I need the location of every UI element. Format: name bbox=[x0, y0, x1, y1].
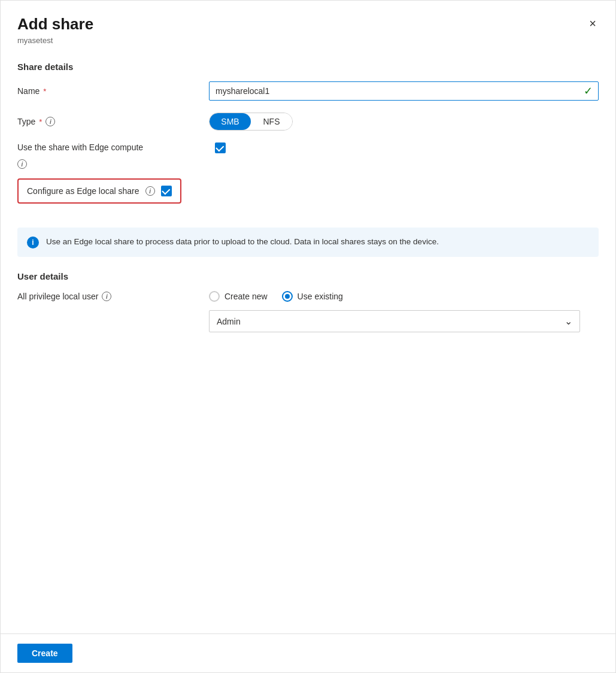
edge-compute-label-col: Use the share with Edge compute i bbox=[17, 143, 209, 152]
type-required-star: * bbox=[39, 117, 42, 126]
type-label: Type * i bbox=[17, 117, 209, 126]
chevron-down-icon: ⌄ bbox=[565, 316, 572, 327]
edge-compute-label-wrap: Use the share with Edge compute i bbox=[17, 143, 599, 153]
edge-local-box: Configure as Edge local share i bbox=[17, 178, 181, 204]
radio-group: Create new Use existing bbox=[209, 291, 343, 302]
name-label: Name * bbox=[17, 86, 209, 96]
edge-compute-label: Use the share with Edge compute bbox=[17, 143, 143, 152]
edge-local-label: Configure as Edge local share bbox=[27, 186, 139, 196]
radio-create-new-label: Create new bbox=[224, 292, 268, 301]
name-valid-checkmark: ✓ bbox=[584, 84, 593, 98]
type-info-icon[interactable]: i bbox=[45, 117, 55, 126]
dialog-title: Add share bbox=[17, 15, 93, 34]
radio-use-existing[interactable]: Use existing bbox=[282, 291, 343, 302]
user-details-row: All privilege local user i Create new Us… bbox=[17, 291, 599, 302]
admin-dropdown[interactable]: Admin ⌄ bbox=[209, 310, 580, 332]
header-title-group: Add share myasetest bbox=[17, 15, 93, 45]
dialog-header: Add share myasetest × bbox=[1, 1, 615, 50]
radio-create-new[interactable]: Create new bbox=[209, 291, 268, 302]
admin-dropdown-value: Admin bbox=[217, 317, 241, 326]
radio-use-existing-inner bbox=[285, 294, 290, 299]
radio-use-existing-label: Use existing bbox=[298, 292, 343, 301]
radio-use-existing-outer[interactable] bbox=[282, 291, 293, 302]
type-nfs-option[interactable]: NFS bbox=[251, 113, 292, 130]
edge-local-container: Configure as Edge local share i bbox=[17, 178, 599, 216]
name-input-wrapper: ✓ bbox=[209, 81, 599, 101]
edge-compute-row: Use the share with Edge compute i bbox=[17, 143, 599, 153]
user-details-section-title: User details bbox=[17, 271, 599, 281]
type-toggle-group[interactable]: SMB NFS bbox=[209, 113, 293, 131]
type-smb-option[interactable]: SMB bbox=[210, 113, 251, 130]
edge-compute-info-icon-below[interactable]: i bbox=[17, 159, 27, 169]
dialog-subtitle: myasetest bbox=[17, 36, 93, 45]
edge-compute-checkbox[interactable] bbox=[215, 143, 226, 153]
all-privilege-label-wrap: All privilege local user i bbox=[17, 292, 209, 301]
dialog-footer: Create bbox=[1, 633, 615, 672]
radio-create-new-outer[interactable] bbox=[209, 291, 220, 302]
edge-local-checkbox[interactable] bbox=[161, 186, 172, 196]
info-banner-icon: i bbox=[27, 237, 39, 248]
type-row: Type * i SMB NFS bbox=[17, 113, 599, 131]
dialog-body: Share details Name * ✓ Type * i bbox=[1, 50, 615, 633]
all-privilege-label: All privilege local user bbox=[17, 292, 98, 301]
type-control-wrap: SMB NFS bbox=[209, 113, 599, 131]
name-required-star: * bbox=[43, 87, 46, 96]
name-input[interactable] bbox=[209, 81, 599, 101]
admin-dropdown-wrap: Admin ⌄ bbox=[209, 310, 599, 332]
info-banner: i Use an Edge local share to process dat… bbox=[17, 228, 599, 257]
name-row: Name * ✓ bbox=[17, 81, 599, 101]
create-button[interactable]: Create bbox=[17, 644, 72, 663]
close-button[interactable]: × bbox=[587, 15, 599, 32]
add-share-dialog: Add share myasetest × Share details Name… bbox=[0, 0, 616, 673]
info-banner-text: Use an Edge local share to process data … bbox=[46, 236, 439, 248]
all-privilege-info-icon[interactable]: i bbox=[102, 292, 111, 301]
name-input-wrap: ✓ bbox=[209, 81, 599, 101]
share-details-section-title: Share details bbox=[17, 62, 599, 72]
edge-local-info-icon[interactable]: i bbox=[145, 186, 155, 196]
